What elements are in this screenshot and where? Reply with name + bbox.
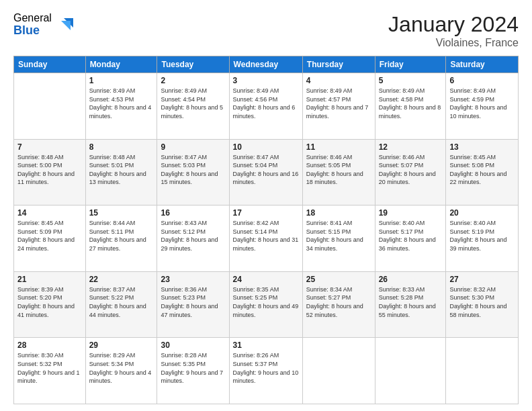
calendar-cell: 21Sunrise: 8:39 AM Sunset: 5:20 PM Dayli… xyxy=(14,271,86,338)
day-number: 27 xyxy=(449,275,515,284)
day-info: Sunrise: 8:49 AM Sunset: 4:58 PM Dayligh… xyxy=(379,87,443,120)
day-info: Sunrise: 8:40 AM Sunset: 5:17 PM Dayligh… xyxy=(379,219,443,253)
calendar-cell: 11Sunrise: 8:46 AM Sunset: 5:05 PM Dayli… xyxy=(302,139,375,205)
day-info: Sunrise: 8:34 AM Sunset: 5:27 PM Dayligh… xyxy=(306,285,371,319)
logo-general: General xyxy=(13,12,52,24)
calendar-cell: 8Sunrise: 8:48 AM Sunset: 5:01 PM Daylig… xyxy=(85,139,157,205)
calendar-cell: 12Sunrise: 8:46 AM Sunset: 5:07 PM Dayli… xyxy=(375,139,446,205)
calendar-cell: 15Sunrise: 8:44 AM Sunset: 5:11 PM Dayli… xyxy=(85,205,157,272)
day-number: 3 xyxy=(233,76,299,85)
day-number: 26 xyxy=(379,275,443,284)
calendar-cell: 17Sunrise: 8:42 AM Sunset: 5:14 PM Dayli… xyxy=(229,205,302,272)
day-info: Sunrise: 8:49 AM Sunset: 4:54 PM Dayligh… xyxy=(161,87,225,120)
day-number: 8 xyxy=(89,142,154,152)
day-header-monday: Monday xyxy=(85,56,157,73)
day-number: 7 xyxy=(17,142,82,152)
page: General Blue January 2024 Violaines, Fra… xyxy=(0,0,532,411)
day-header-saturday: Saturday xyxy=(446,56,519,73)
day-info: Sunrise: 8:32 AM Sunset: 5:30 PM Dayligh… xyxy=(449,285,515,319)
day-info: Sunrise: 8:47 AM Sunset: 5:04 PM Dayligh… xyxy=(233,153,299,187)
calendar-cell: 26Sunrise: 8:33 AM Sunset: 5:28 PM Dayli… xyxy=(375,271,446,338)
calendar: SundayMondayTuesdayWednesdayThursdayFrid… xyxy=(13,56,519,404)
day-info: Sunrise: 8:40 AM Sunset: 5:19 PM Dayligh… xyxy=(449,219,515,253)
day-info: Sunrise: 8:44 AM Sunset: 5:11 PM Dayligh… xyxy=(89,219,154,253)
day-info: Sunrise: 8:37 AM Sunset: 5:22 PM Dayligh… xyxy=(89,285,154,319)
day-number: 25 xyxy=(306,275,371,284)
calendar-cell: 5Sunrise: 8:49 AM Sunset: 4:58 PM Daylig… xyxy=(375,73,446,140)
calendar-cell: 30Sunrise: 8:28 AM Sunset: 5:35 PM Dayli… xyxy=(157,338,229,404)
calendar-cell: 14Sunrise: 8:45 AM Sunset: 5:09 PM Dayli… xyxy=(14,205,86,272)
day-number: 24 xyxy=(233,275,299,284)
logo-blue: Blue xyxy=(13,24,52,38)
day-number: 31 xyxy=(233,340,299,350)
day-number: 16 xyxy=(161,208,225,218)
calendar-cell: 3Sunrise: 8:49 AM Sunset: 4:56 PM Daylig… xyxy=(229,73,302,140)
calendar-week-1: 1Sunrise: 8:49 AM Sunset: 4:53 PM Daylig… xyxy=(14,73,519,140)
day-info: Sunrise: 8:49 AM Sunset: 4:56 PM Dayligh… xyxy=(233,87,299,120)
day-info: Sunrise: 8:43 AM Sunset: 5:12 PM Dayligh… xyxy=(161,219,225,253)
day-info: Sunrise: 8:26 AM Sunset: 5:37 PM Dayligh… xyxy=(233,351,299,385)
calendar-cell: 16Sunrise: 8:43 AM Sunset: 5:12 PM Dayli… xyxy=(157,205,229,272)
day-info: Sunrise: 8:36 AM Sunset: 5:23 PM Dayligh… xyxy=(161,285,225,319)
logo-icon xyxy=(57,15,76,34)
day-info: Sunrise: 8:42 AM Sunset: 5:14 PM Dayligh… xyxy=(233,219,299,253)
day-number: 20 xyxy=(449,208,515,218)
day-info: Sunrise: 8:33 AM Sunset: 5:28 PM Dayligh… xyxy=(379,285,443,319)
logo: General Blue xyxy=(13,12,76,37)
day-info: Sunrise: 8:49 AM Sunset: 4:57 PM Dayligh… xyxy=(306,87,371,120)
day-number: 6 xyxy=(449,76,515,85)
day-info: Sunrise: 8:30 AM Sunset: 5:32 PM Dayligh… xyxy=(17,351,82,385)
calendar-cell: 29Sunrise: 8:29 AM Sunset: 5:34 PM Dayli… xyxy=(85,338,157,404)
calendar-cell: 25Sunrise: 8:34 AM Sunset: 5:27 PM Dayli… xyxy=(302,271,375,338)
calendar-cell: 13Sunrise: 8:45 AM Sunset: 5:08 PM Dayli… xyxy=(446,139,519,205)
calendar-cell xyxy=(375,338,446,404)
day-info: Sunrise: 8:49 AM Sunset: 4:59 PM Dayligh… xyxy=(449,87,515,120)
calendar-week-2: 7Sunrise: 8:48 AM Sunset: 5:00 PM Daylig… xyxy=(14,139,519,205)
day-number: 5 xyxy=(379,76,443,85)
calendar-cell: 7Sunrise: 8:48 AM Sunset: 5:00 PM Daylig… xyxy=(14,139,86,205)
calendar-cell: 24Sunrise: 8:35 AM Sunset: 5:25 PM Dayli… xyxy=(229,271,302,338)
month-title: January 2024 xyxy=(388,12,519,37)
calendar-cell xyxy=(14,73,86,140)
day-number: 19 xyxy=(379,208,443,218)
day-number: 23 xyxy=(161,275,225,284)
day-info: Sunrise: 8:41 AM Sunset: 5:15 PM Dayligh… xyxy=(306,219,371,253)
calendar-cell: 18Sunrise: 8:41 AM Sunset: 5:15 PM Dayli… xyxy=(302,205,375,272)
location-title: Violaines, France xyxy=(388,37,519,49)
day-info: Sunrise: 8:46 AM Sunset: 5:07 PM Dayligh… xyxy=(379,153,443,187)
calendar-cell: 20Sunrise: 8:40 AM Sunset: 5:19 PM Dayli… xyxy=(446,205,519,272)
day-info: Sunrise: 8:48 AM Sunset: 5:00 PM Dayligh… xyxy=(17,153,82,187)
calendar-week-5: 28Sunrise: 8:30 AM Sunset: 5:32 PM Dayli… xyxy=(14,338,519,404)
day-number: 12 xyxy=(379,142,443,152)
day-number: 18 xyxy=(306,208,371,218)
day-number: 9 xyxy=(161,142,225,152)
day-info: Sunrise: 8:35 AM Sunset: 5:25 PM Dayligh… xyxy=(233,285,299,319)
calendar-cell xyxy=(302,338,375,404)
day-number: 29 xyxy=(89,340,154,350)
day-number: 22 xyxy=(89,275,154,284)
calendar-cell: 31Sunrise: 8:26 AM Sunset: 5:37 PM Dayli… xyxy=(229,338,302,404)
calendar-week-4: 21Sunrise: 8:39 AM Sunset: 5:20 PM Dayli… xyxy=(14,271,519,338)
calendar-cell: 22Sunrise: 8:37 AM Sunset: 5:22 PM Dayli… xyxy=(85,271,157,338)
day-info: Sunrise: 8:48 AM Sunset: 5:01 PM Dayligh… xyxy=(89,153,154,187)
day-number: 15 xyxy=(89,208,154,218)
calendar-header-row: SundayMondayTuesdayWednesdayThursdayFrid… xyxy=(14,56,519,73)
day-number: 14 xyxy=(17,208,82,218)
calendar-cell: 9Sunrise: 8:47 AM Sunset: 5:03 PM Daylig… xyxy=(157,139,229,205)
header: General Blue January 2024 Violaines, Fra… xyxy=(13,12,519,49)
calendar-cell: 2Sunrise: 8:49 AM Sunset: 4:54 PM Daylig… xyxy=(157,73,229,140)
calendar-cell: 4Sunrise: 8:49 AM Sunset: 4:57 PM Daylig… xyxy=(302,73,375,140)
calendar-cell: 10Sunrise: 8:47 AM Sunset: 5:04 PM Dayli… xyxy=(229,139,302,205)
day-info: Sunrise: 8:39 AM Sunset: 5:20 PM Dayligh… xyxy=(17,285,82,319)
day-number: 17 xyxy=(233,208,299,218)
day-header-tuesday: Tuesday xyxy=(157,56,229,73)
day-number: 11 xyxy=(306,142,371,152)
calendar-body: 1Sunrise: 8:49 AM Sunset: 4:53 PM Daylig… xyxy=(14,73,519,404)
day-number: 21 xyxy=(17,275,82,284)
day-info: Sunrise: 8:28 AM Sunset: 5:35 PM Dayligh… xyxy=(161,351,225,385)
day-number: 2 xyxy=(161,76,225,85)
calendar-cell xyxy=(446,338,519,404)
day-header-sunday: Sunday xyxy=(14,56,86,73)
calendar-cell: 27Sunrise: 8:32 AM Sunset: 5:30 PM Dayli… xyxy=(446,271,519,338)
day-number: 4 xyxy=(306,76,371,85)
